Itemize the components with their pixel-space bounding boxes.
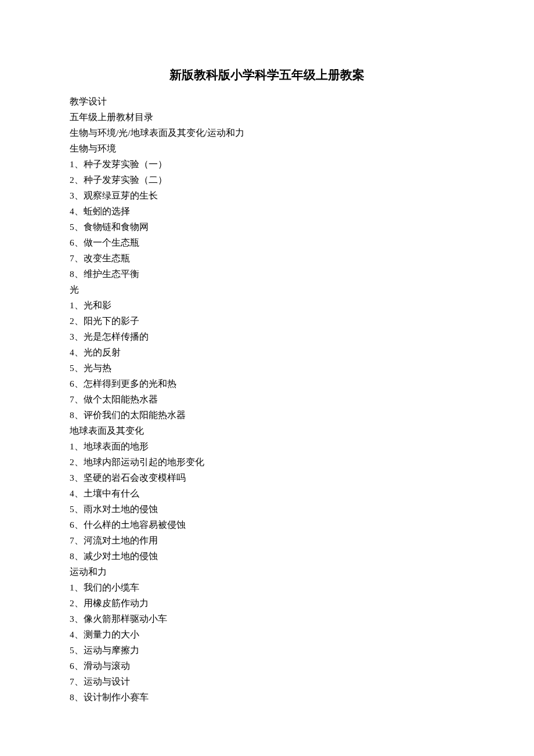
list-item: 3、观察绿豆芽的生长 [70, 188, 464, 203]
list-item: 7、运动与设计 [70, 674, 464, 689]
section-heading: 光 [70, 282, 464, 297]
list-item: 7、河流对土地的作用 [70, 532, 464, 548]
list-item: 1、地球表面的地形 [70, 438, 464, 454]
list-item: 3、光是怎样传播的 [70, 329, 464, 344]
list-item: 4、土壤中有什么 [70, 485, 464, 501]
list-item: 7、改变生态瓶 [70, 250, 464, 266]
list-item: 5、雨水对土地的侵蚀 [70, 501, 464, 517]
text-line: 教学设计 [70, 93, 464, 109]
list-item: 8、设计制作小赛车 [70, 689, 464, 705]
list-item: 2、阳光下的影子 [70, 313, 464, 329]
list-item: 6、滑动与滚动 [70, 658, 464, 674]
list-item: 5、食物链和食物网 [70, 219, 464, 235]
list-item: 6、什么样的土地容易被侵蚀 [70, 517, 464, 532]
content-body: 教学设计 五年级上册教材目录 生物与环境/光/地球表面及其变化/运动和力 生物与… [70, 93, 464, 705]
list-item: 3、坚硬的岩石会改变模样吗 [70, 470, 464, 485]
list-item: 3、像火箭那样驱动小车 [70, 611, 464, 627]
text-line: 五年级上册教材目录 [70, 109, 464, 125]
section-heading: 运动和力 [70, 564, 464, 579]
list-item: 2、地球内部运动引起的地形变化 [70, 454, 464, 470]
list-item: 1、光和影 [70, 297, 464, 313]
section-heading: 地球表面及其变化 [70, 423, 464, 438]
list-item: 5、光与热 [70, 360, 464, 376]
list-item: 6、怎样得到更多的光和热 [70, 376, 464, 391]
list-item: 2、种子发芽实验（二） [70, 172, 464, 188]
document-title: 新版教科版小学科学五年级上册教案 [70, 67, 464, 83]
list-item: 4、光的反射 [70, 344, 464, 360]
list-item: 6、做一个生态瓶 [70, 235, 464, 250]
list-item: 5、运动与摩擦力 [70, 642, 464, 658]
list-item: 7、做个太阳能热水器 [70, 391, 464, 407]
list-item: 2、用橡皮筋作动力 [70, 595, 464, 611]
list-item: 8、减少对土地的侵蚀 [70, 548, 464, 564]
list-item: 4、蚯蚓的选择 [70, 203, 464, 219]
list-item: 4、测量力的大小 [70, 627, 464, 642]
section-heading: 生物与环境 [70, 141, 464, 156]
list-item: 8、评价我们的太阳能热水器 [70, 407, 464, 423]
list-item: 1、我们的小缆车 [70, 579, 464, 595]
list-item: 8、维护生态平衡 [70, 266, 464, 282]
list-item: 1、种子发芽实验（一） [70, 156, 464, 172]
text-line: 生物与环境/光/地球表面及其变化/运动和力 [70, 125, 464, 141]
